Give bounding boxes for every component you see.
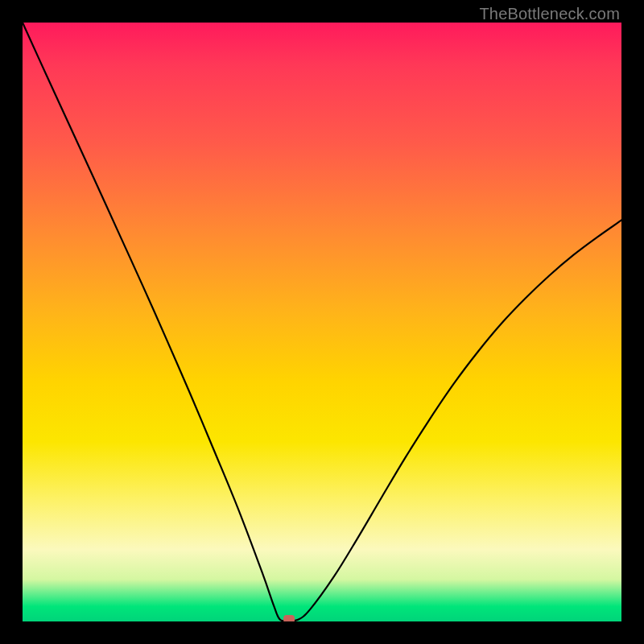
valley-marker: [283, 615, 295, 621]
chart-frame: TheBottleneck.com: [0, 0, 644, 644]
curve-path: [23, 23, 621, 621]
bottleneck-curve: [23, 23, 621, 621]
plot-area: [23, 23, 621, 621]
watermark-text: TheBottleneck.com: [479, 5, 620, 23]
